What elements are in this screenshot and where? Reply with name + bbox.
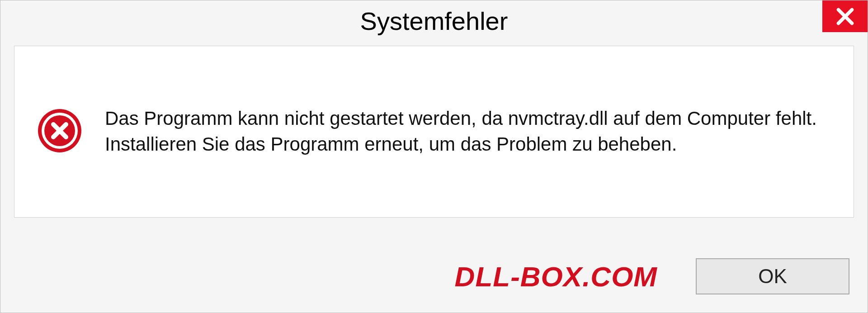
error-icon-wrapper <box>37 108 82 155</box>
close-icon <box>835 6 855 27</box>
error-dialog: Systemfehler Das Programm kann nicht ges… <box>0 0 868 313</box>
ok-button[interactable]: OK <box>696 258 849 294</box>
error-message: Das Programm kann nicht gestartet werden… <box>105 106 831 157</box>
watermark-text: DLL-BOX.COM <box>455 261 657 293</box>
message-box: Das Programm kann nicht gestartet werden… <box>14 46 854 218</box>
titlebar: Systemfehler <box>0 0 868 41</box>
footer: DLL-BOX.COM OK <box>0 254 868 299</box>
error-icon <box>37 108 82 153</box>
window-title: Systemfehler <box>360 6 508 36</box>
close-button[interactable] <box>822 0 868 32</box>
